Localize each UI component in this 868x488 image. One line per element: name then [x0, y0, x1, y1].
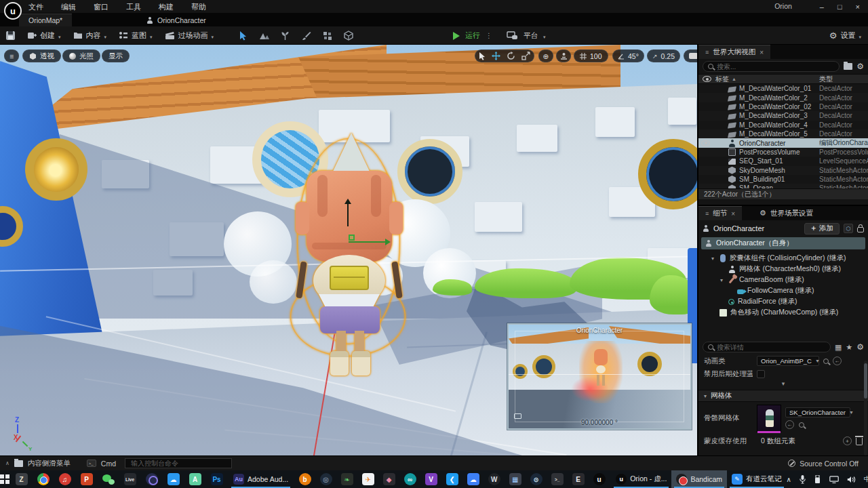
taskbar-app[interactable]: ☁ — [467, 473, 479, 486]
create-button[interactable]: 创建▾ — [21, 26, 67, 45]
taskbar-app[interactable] — [102, 473, 115, 486]
unreal-logo-icon[interactable]: u — [4, 2, 22, 20]
taskbar-app[interactable]: Live — [123, 473, 136, 486]
modeling-mode-icon[interactable] — [342, 30, 354, 41]
menu-item[interactable]: 编辑 — [61, 2, 76, 12]
outliner-search-input[interactable] — [717, 63, 834, 70]
outliner-row[interactable]: M_DecalWaterColor_01 DecalActor — [698, 84, 868, 93]
taskbar-app[interactable]: Ps — [210, 473, 223, 486]
lit-button[interactable]: 光照 — [62, 49, 100, 62]
taskbar-app[interactable]: ☁ — [167, 473, 180, 486]
taskbar-window-button[interactable]: Bandicam — [671, 470, 727, 488]
details-scrollbar[interactable] — [864, 361, 867, 455]
world-settings-tab[interactable]: ⚙ 世界场景设置 — [753, 206, 820, 220]
edit-blueprint-icon[interactable]: ⬡ — [844, 224, 853, 233]
taskbar-app[interactable]: ▦ — [509, 473, 521, 486]
favorites-icon[interactable]: ★ — [846, 343, 852, 352]
3d-viewport[interactable]: ≡ 透视 光照 显示 ⊕ — [0, 45, 697, 455]
skeletal-mesh-thumbnail[interactable] — [757, 405, 781, 432]
row-visibility-icon[interactable] — [701, 140, 710, 146]
taskbar-app[interactable]: ◆ — [382, 473, 395, 486]
trash-icon[interactable] — [856, 438, 863, 445]
component-row[interactable]: ▾ CameraBoom (继承) — [708, 274, 868, 285]
taskbar-app[interactable]: ❮ — [446, 473, 458, 486]
menu-item[interactable]: 窗口 — [94, 2, 108, 12]
component-row[interactable]: RadialForce (继承) — [708, 296, 868, 307]
platform-button[interactable]: 平台 — [524, 31, 538, 41]
close-tab-icon[interactable]: × — [731, 210, 735, 218]
browse-icon[interactable] — [799, 422, 804, 428]
select-mode-icon[interactable] — [237, 30, 249, 41]
outliner-row[interactable]: SM_Building01 StaticMeshActor — [698, 175, 868, 184]
save-button[interactable] — [0, 26, 21, 45]
camera-preview[interactable]: OrionCharacter 90.000000 ° — [507, 323, 692, 430]
content-button[interactable]: 内容▾ — [67, 26, 113, 45]
display-icon[interactable] — [829, 476, 839, 483]
viewport-menu-button[interactable]: ≡ — [4, 49, 19, 62]
close-button[interactable]: × — [856, 3, 860, 11]
component-row[interactable]: 网格体 (CharacterMesh0) (继承) — [708, 264, 868, 274]
taskbar-app[interactable]: ♫ — [58, 473, 71, 486]
taskbar-window-audition[interactable]: Au Adobe Aud... — [229, 470, 293, 488]
scale-snap-button[interactable]: ↗ 0.25 — [647, 49, 680, 62]
disable-postprocess-checkbox[interactable] — [757, 370, 765, 378]
tray-expand-icon[interactable]: ∧ — [787, 476, 791, 483]
source-control-button[interactable]: Source Control Off — [800, 460, 859, 468]
taskbar-app[interactable]: >_ — [551, 473, 564, 486]
taskbar-app[interactable]: b — [298, 473, 311, 486]
grid-snap-button[interactable]: 100 — [574, 49, 608, 62]
outliner-row[interactable]: PostProcessVolume PostProcessVolume — [698, 148, 868, 157]
usb-icon[interactable] — [814, 475, 821, 484]
select-tool-icon[interactable] — [479, 52, 486, 60]
blueprint-button[interactable]: 蓝图▾ — [113, 26, 159, 45]
use-selected-icon[interactable]: ← — [833, 357, 842, 365]
new-folder-icon[interactable] — [844, 63, 852, 70]
outliner-row[interactable]: M_DecalWaterColor_5 DecalActor — [698, 129, 868, 138]
display-filter-icon[interactable]: ▦ — [835, 343, 842, 352]
taskbar-app[interactable]: W — [488, 473, 500, 486]
landscape-mode-icon[interactable] — [258, 30, 270, 41]
outliner-row[interactable]: M_DecalWaterColor_3 DecalActor — [698, 111, 868, 120]
world-space-icon[interactable]: ⊕ — [538, 49, 553, 62]
surface-snap-icon[interactable] — [556, 49, 571, 62]
details-search-input[interactable] — [717, 344, 825, 351]
cmd-label[interactable]: Cmd — [101, 460, 116, 468]
taskbar-app[interactable]: A — [189, 473, 201, 486]
outliner-row[interactable]: OrionCharacter 编辑OrionCharacter — [698, 138, 868, 147]
taskbar-app[interactable]: ∞ — [403, 473, 416, 486]
microphone-icon[interactable] — [800, 475, 806, 484]
taskbar-app[interactable]: V — [425, 473, 437, 486]
tab-orioncharacter[interactable]: OrionCharacter — [137, 14, 216, 26]
outliner-row[interactable]: SEQ_Start_01 LevelSequenceActor — [698, 157, 868, 165]
play-button[interactable]: 运行 — [465, 30, 480, 41]
expand-advanced-icon[interactable]: ▾ — [698, 380, 868, 390]
component-row[interactable]: FollowCamera (继承) — [708, 285, 868, 296]
content-drawer-button[interactable]: 内容侧滑菜单 — [28, 459, 71, 468]
menu-item[interactable]: 构建 — [159, 2, 174, 12]
scale-tool-icon[interactable] — [521, 52, 530, 60]
play-icon[interactable] — [453, 32, 460, 40]
taskbar-app[interactable] — [37, 473, 50, 486]
outliner-search[interactable] — [703, 61, 840, 72]
taskbar-app[interactable]: ◎ — [319, 473, 332, 486]
outliner-row[interactable]: SkyDomeMesh StaticMeshActor — [698, 166, 868, 175]
close-tab-icon[interactable]: × — [760, 49, 764, 56]
console-command-input[interactable] — [130, 459, 227, 468]
component-row[interactable]: ▾ 胶囊体组件 (CollisionCylinder) (继承) — [708, 253, 868, 264]
taskbar-app[interactable]: u — [593, 473, 606, 486]
outliner-settings-icon[interactable]: ⚙ — [856, 62, 864, 71]
taskbar-app[interactable]: E — [572, 473, 585, 486]
outliner-tab[interactable]: ≡ 世界大纲视图 × — [698, 45, 770, 59]
perspective-button[interactable]: 透视 — [22, 49, 61, 62]
start-button[interactable] — [0, 470, 9, 488]
foliage-mode-icon[interactable] — [279, 30, 291, 41]
taskbar-app[interactable]: ✈ — [361, 473, 374, 486]
label-column-header[interactable]: 标签 ▲ — [715, 75, 736, 84]
lock-icon[interactable] — [857, 227, 864, 232]
skeletal-mesh-dropdown[interactable]: SK_OrionCharacter ▼ — [785, 407, 850, 418]
minimize-button[interactable]: – — [820, 3, 824, 11]
outliner-row[interactable]: M_DecalWaterColor_2 DecalActor — [698, 93, 868, 102]
menu-item[interactable]: 文件 — [28, 2, 43, 12]
taskbar-window-button[interactable]: u Orion - 虚... — [611, 470, 671, 488]
type-column-header[interactable]: 类型 — [819, 75, 833, 84]
